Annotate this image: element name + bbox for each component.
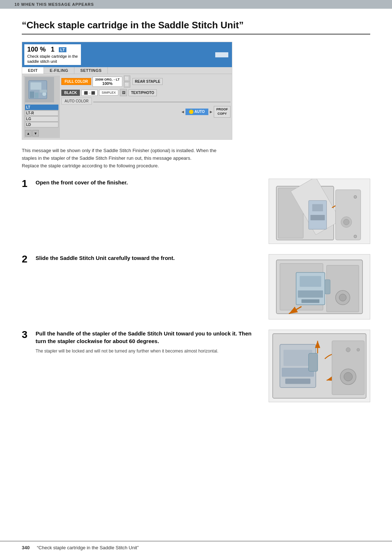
zoom-pct: 100% <box>95 81 119 86</box>
step-3-title: Pull the handle of the stapler of the Sa… <box>36 330 261 345</box>
duplex-arrows: ⬛→⬛ <box>84 91 95 95</box>
auto-label: AUTO <box>195 110 205 114</box>
tab-settings[interactable]: SETTINGS <box>74 67 108 74</box>
screen-message-line1: Check staple cartridge in the <box>27 54 78 58</box>
simplex-box[interactable]: SIMPLEX <box>99 90 118 95</box>
auto-btn[interactable]: AUTO <box>185 109 208 115</box>
step-2-header: 2 Slide the Saddle Stitch Unit carefully… <box>22 254 261 264</box>
duplex-icon2: ⬜ <box>124 82 130 87</box>
chapter-header: 10 WHEN THIS MESSAGE APPEARS <box>0 0 392 9</box>
step-1-title: Open the front cover of the finisher. <box>36 179 128 186</box>
page-footer: 340 “Check staple cartridge in the Saddl… <box>0 541 392 554</box>
step-2-image <box>269 254 370 319</box>
step-1-header: 1 Open the front cover of the finisher. <box>22 179 261 189</box>
step-2-left: 2 Slide the Saddle Stitch Unit carefully… <box>22 254 261 267</box>
screen-indicator <box>215 52 228 57</box>
paper-size-lt[interactable]: LT <box>25 105 58 110</box>
step-3-section: 3 Pull the handle of the stapler of the … <box>22 330 370 402</box>
page-title: “Check staple cartridge in the Saddle St… <box>22 20 370 31</box>
machine-screen: 100 % 1 LT Check staple cartridge in the… <box>22 42 232 140</box>
intro-text-line2: staples in the stapler of the Saddle Sti… <box>22 155 192 161</box>
main-content: “Check staple cartridge in the Saddle St… <box>0 9 392 434</box>
step-2-section: 2 Slide the Saddle Stitch Unit carefully… <box>22 254 370 319</box>
svg-rect-23 <box>302 299 319 303</box>
footer-title: “Check staple cartridge in the Saddle St… <box>37 545 139 550</box>
scroll-up-btn[interactable]: ▲ <box>25 130 32 137</box>
screen-bottom-row: ◀ AUTO ▶ PROOFCOPY <box>61 106 230 117</box>
scroll-down-btn[interactable]: ▼ <box>32 130 39 137</box>
step-1-left: 1 Open the front cover of the finisher. <box>22 179 261 192</box>
zoom-label: 200M ORG.→LT <box>95 78 119 81</box>
screen-body: LT LT-R LG LD ▲ ▼ FULL COLOR 200M ORG.→L… <box>22 74 232 139</box>
duplex-box: ⬛→⬛ <box>81 90 98 96</box>
svg-point-15 <box>343 219 349 225</box>
svg-rect-33 <box>285 378 310 384</box>
tab-efiling[interactable]: E-FILING <box>44 67 74 74</box>
right-arrow-btn[interactable]: ▶ <box>210 110 212 114</box>
intro-text-line1: This message will be shown only if the S… <box>22 148 216 153</box>
step-1-illustration <box>269 179 370 244</box>
step-3-left: 3 Pull the handle of the stapler of the … <box>22 330 261 357</box>
screen-info-box: 100 % 1 LT Check staple cartridge in the… <box>24 44 82 66</box>
intro-paragraph: This message will be shown only if the S… <box>22 147 370 170</box>
svg-rect-22 <box>298 290 323 297</box>
screen-message-line2: saddle stitch unit <box>27 59 78 64</box>
intro-text-line3: Replace the staple cartridge according t… <box>22 163 159 168</box>
svg-rect-21 <box>300 276 321 287</box>
screen-icon-bar <box>83 42 232 67</box>
step-3-illustration: 2 1 <box>269 330 370 402</box>
screen-right-panel: FULL COLOR 200M ORG.→LT 100% ⬜ ⬜ REAR ST… <box>61 76 230 138</box>
auto-icon <box>189 110 193 114</box>
step-3-note: The stapler will be locked and will not … <box>36 348 261 354</box>
screen-percent-row: 100 % 1 LT <box>27 46 78 53</box>
screen-row-1: FULL COLOR 200M ORG.→LT 100% ⬜ ⬜ REAR ST… <box>61 76 230 87</box>
svg-point-16 <box>354 195 357 198</box>
svg-rect-11 <box>310 215 325 220</box>
screen-top-bar: 100 % 1 LT Check staple cartridge in the… <box>22 42 232 67</box>
step-3-number: 3 <box>22 330 32 340</box>
auto-color-btn[interactable]: AUTO COLOR <box>61 98 92 105</box>
title-rule <box>22 34 370 34</box>
step-3-image: 2 1 <box>269 330 370 402</box>
step-1-section: 1 Open the front cover of the finisher. <box>22 179 370 244</box>
svg-rect-28 <box>325 280 330 294</box>
svg-point-43 <box>344 372 352 381</box>
paper-size-list: LT LT-R LG LD <box>25 105 58 128</box>
black-btn[interactable]: BLACK <box>61 90 80 96</box>
image-quality-icon: 🖼 <box>120 89 127 96</box>
screen-row-3: AUTO COLOR <box>61 98 230 105</box>
tab-edit[interactable]: EDIT <box>22 67 44 74</box>
chapter-label: 10 WHEN THIS MESSAGE APPEARS <box>15 2 94 7</box>
size-badge: LT <box>59 47 66 52</box>
step-1-image <box>269 179 370 244</box>
svg-rect-3 <box>35 93 38 98</box>
step-2-illustration <box>269 254 370 319</box>
svg-rect-31 <box>283 350 312 366</box>
svg-rect-13 <box>336 190 361 240</box>
svg-rect-34 <box>309 353 318 371</box>
paper-size-lg[interactable]: LG <box>25 116 58 122</box>
paper-size-ltr[interactable]: LT-R <box>25 110 58 116</box>
screen-left-panel: LT LT-R LG LD ▲ ▼ <box>24 76 60 138</box>
svg-rect-1 <box>30 82 41 90</box>
screen-tabs: EDIT E-FILING SETTINGS <box>22 67 232 74</box>
screen-percent: 100 % <box>27 46 46 53</box>
step-3-header: 3 Pull the handle of the stapler of the … <box>22 330 261 354</box>
paper-size-ld[interactable]: LD <box>25 122 58 127</box>
svg-rect-2 <box>30 91 34 98</box>
proof-copy-btn[interactable]: PROOFCOPY <box>214 106 230 117</box>
screen-row-2: BLACK ⬛→⬛ SIMPLEX 🖼 TEXT/PHOTO <box>61 89 230 96</box>
text-photo-btn[interactable]: TEXT/PHOTO <box>128 89 157 96</box>
step-2-number: 2 <box>22 254 32 264</box>
svg-rect-10 <box>312 204 323 211</box>
staple-btn[interactable]: REAR STAPLE <box>132 78 163 85</box>
svg-point-17 <box>354 235 357 238</box>
full-color-btn[interactable]: FULL COLOR <box>61 78 91 85</box>
machine-icon <box>25 77 54 102</box>
zoom-box: 200M ORG.→LT 100% <box>93 77 122 87</box>
left-arrow-btn[interactable]: ◀ <box>181 110 184 114</box>
footer-page-number: 340 <box>22 545 30 550</box>
svg-point-45 <box>357 348 360 351</box>
separator <box>93 102 230 102</box>
svg-point-44 <box>346 347 350 352</box>
